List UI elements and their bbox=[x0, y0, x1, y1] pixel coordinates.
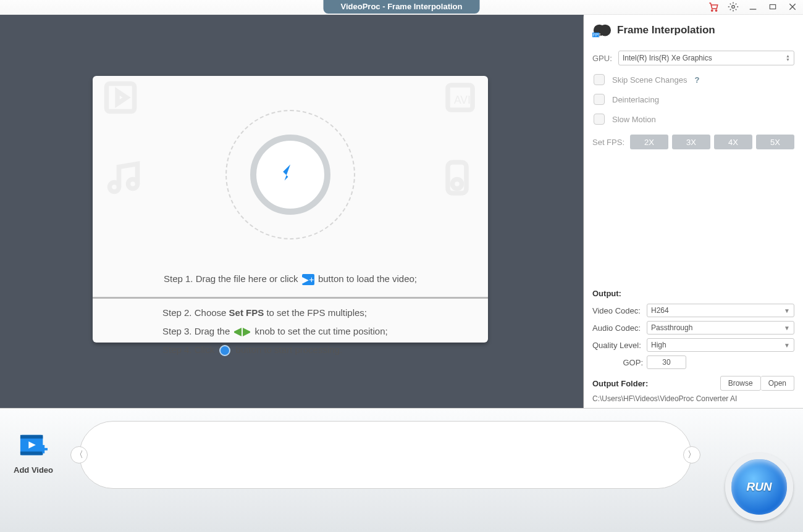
load-video-icon: ▶+ bbox=[302, 274, 314, 285]
fps-5x-button[interactable]: 5X bbox=[756, 135, 794, 149]
gpu-row: GPU: Intel(R) Iris(R) Xe Graphics ▲▼ bbox=[592, 51, 794, 65]
step2: Step 2. Choose Set FPS to set the FPS mu… bbox=[162, 304, 488, 322]
bottom-bar: Add Video 〈 〉 RUN bbox=[0, 408, 803, 532]
svg-point-1 bbox=[715, 10, 717, 11]
divider bbox=[93, 297, 488, 299]
help-icon[interactable]: ? bbox=[694, 75, 699, 85]
video-codec-row: Video Codec: H264▼ bbox=[592, 304, 794, 317]
output-folder-heading: Output Folder: bbox=[592, 379, 720, 388]
deinterlacing-checkbox[interactable] bbox=[594, 94, 605, 105]
gop-label: GOP: bbox=[592, 358, 647, 367]
svg-point-0 bbox=[712, 10, 713, 11]
quality-row: Quality Level: High▼ bbox=[592, 338, 794, 352]
fps-4x-button[interactable]: 4X bbox=[714, 135, 752, 149]
frame-interpolation-icon: FPS bbox=[592, 21, 611, 39]
fps-3x-button[interactable]: 3X bbox=[672, 135, 710, 149]
fps-2x-button[interactable]: 2X bbox=[630, 135, 668, 149]
audio-codec-row: Audio Codec: Passthrough▼ bbox=[592, 321, 794, 335]
output-folder-row: Output Folder: Browse Open bbox=[592, 376, 794, 391]
dropzone[interactable]: AVI bbox=[93, 76, 488, 273]
drop-circle bbox=[225, 110, 355, 239]
deinterlacing-row: Deinterlacing bbox=[594, 94, 794, 105]
video-codec-label: Video Codec: bbox=[592, 306, 647, 315]
output-heading: Output: bbox=[592, 289, 794, 298]
gpu-value: Intel(R) Iris(R) Xe Graphics bbox=[623, 54, 712, 62]
dropzone-card: AVI Step 1. Drag the file here or click … bbox=[93, 76, 488, 343]
strip-next-button[interactable]: 〉 bbox=[683, 446, 700, 463]
slow-motion-row: Slow Motion bbox=[594, 114, 794, 125]
cart-icon[interactable] bbox=[708, 1, 719, 12]
step4: Step 4. Click button to start processing… bbox=[162, 341, 488, 359]
panel-title: Frame Interpolation bbox=[617, 24, 715, 36]
settings-icon[interactable] bbox=[728, 1, 739, 12]
output-path: C:\Users\HF\Videos\VideoProc Converter A… bbox=[592, 394, 794, 403]
svg-rect-21 bbox=[20, 452, 43, 455]
video-stage: AVI Step 1. Drag the file here or click … bbox=[0, 15, 584, 408]
open-button[interactable]: Open bbox=[761, 376, 794, 391]
add-video-icon bbox=[19, 433, 48, 459]
ghost-icon bbox=[105, 159, 142, 199]
slow-motion-label: Slow Motion bbox=[612, 115, 656, 124]
window-title: VideoProc - Frame Interpolation bbox=[324, 0, 480, 14]
gpu-select[interactable]: Intel(R) Iris(R) Xe Graphics ▲▼ bbox=[618, 51, 794, 65]
run-button[interactable]: RUN bbox=[725, 453, 793, 521]
chevron-down-icon: ▼ bbox=[784, 342, 790, 349]
step1-b: button to load the video; bbox=[318, 273, 417, 284]
skip-scene-checkbox[interactable] bbox=[594, 74, 605, 85]
svg-text:AVI: AVI bbox=[454, 94, 471, 106]
video-codec-select[interactable]: H264▼ bbox=[647, 304, 794, 317]
step1-text: Step 1. Drag the file here or click ▶+ b… bbox=[93, 273, 488, 297]
fps-label: Set FPS: bbox=[592, 138, 626, 147]
svg-point-16 bbox=[599, 25, 611, 36]
gpu-label: GPU: bbox=[592, 54, 618, 63]
step1-a: Step 1. Drag the file here or click bbox=[164, 273, 298, 284]
gop-input[interactable] bbox=[647, 355, 686, 369]
svg-point-9 bbox=[110, 183, 119, 192]
spinner-icon: ▲▼ bbox=[786, 54, 790, 62]
svg-point-2 bbox=[732, 6, 735, 9]
deinterlacing-label: Deinterlacing bbox=[612, 95, 659, 104]
knob-right-icon bbox=[243, 328, 251, 336]
svg-marker-8 bbox=[117, 91, 127, 104]
content-area: AVI Step 1. Drag the file here or click … bbox=[0, 15, 803, 408]
ghost-icon bbox=[439, 159, 476, 199]
title-icon-group bbox=[708, 1, 798, 12]
svg-rect-24 bbox=[42, 445, 44, 453]
browse-button[interactable]: Browse bbox=[720, 376, 761, 391]
close-icon[interactable] bbox=[787, 1, 798, 12]
audio-codec-label: Audio Codec: bbox=[592, 323, 647, 333]
svg-text:FPS: FPS bbox=[593, 33, 601, 37]
quality-select[interactable]: High▼ bbox=[647, 338, 794, 352]
thumbnail-strip bbox=[79, 421, 692, 489]
title-bar: VideoProc - Frame Interpolation bbox=[0, 0, 803, 15]
gop-row: GOP: bbox=[592, 355, 794, 369]
upload-icon[interactable] bbox=[250, 135, 330, 215]
fps-row: Set FPS: 2X 3X 4X 5X bbox=[592, 135, 794, 149]
strip-prev-button[interactable]: 〈 bbox=[70, 446, 88, 463]
steps-block: Step 2. Choose Set FPS to set the FPS mu… bbox=[93, 302, 488, 363]
ghost-icon: AVI bbox=[442, 79, 479, 118]
ghost-icon bbox=[102, 79, 139, 118]
chevron-down-icon: ▼ bbox=[784, 307, 790, 314]
maximize-icon[interactable] bbox=[767, 1, 778, 12]
chevron-down-icon: ▼ bbox=[784, 325, 790, 331]
svg-rect-20 bbox=[20, 435, 43, 439]
add-video-button[interactable]: Add Video bbox=[14, 433, 53, 475]
settings-panel: FPS Frame Interpolation GPU: Intel(R) Ir… bbox=[584, 15, 803, 408]
knob-left-icon bbox=[233, 328, 242, 336]
audio-codec-select[interactable]: Passthrough▼ bbox=[647, 321, 794, 335]
minimize-icon[interactable] bbox=[747, 1, 759, 12]
run-label: RUN bbox=[746, 480, 771, 494]
run-dot-icon bbox=[219, 345, 230, 356]
quality-label: Quality Level: bbox=[592, 341, 647, 350]
skip-scene-label: Skip Scene Changes bbox=[612, 75, 687, 85]
svg-point-10 bbox=[128, 180, 138, 189]
svg-point-14 bbox=[453, 180, 462, 189]
slow-motion-checkbox[interactable] bbox=[594, 114, 605, 125]
step3: Step 3. Drag the knob to set the cut tim… bbox=[162, 322, 488, 341]
panel-header: FPS Frame Interpolation bbox=[592, 21, 794, 39]
svg-rect-4 bbox=[770, 5, 775, 9]
skip-scene-row: Skip Scene Changes ? bbox=[594, 74, 794, 85]
add-video-label: Add Video bbox=[14, 465, 53, 475]
